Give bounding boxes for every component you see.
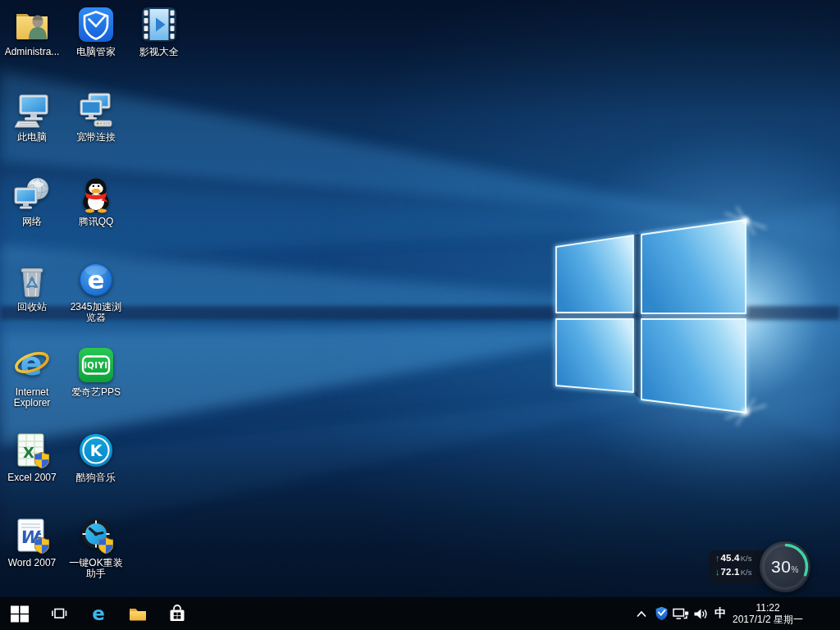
desktop-icon-2345-browser[interactable]: e 2345加速浏 览器 [65,260,127,323]
icon-label: 此电脑 [1,132,63,143]
user-folder-icon [12,5,52,44]
windows-desktop: Administra... 电脑管家 影视大全 [0,0,840,630]
qq-penguin-icon [76,175,116,214]
svg-text:X: X [23,444,34,461]
desktop-icon-onekey-ok[interactable]: 一键OK重装 助手 [65,516,127,579]
tray-volume[interactable] [691,597,710,630]
browser-e-globe-icon: e [76,260,116,299]
desktop-icon-broadband[interactable]: 宽带连接 [65,90,127,143]
upload-arrow-icon: ↑ [715,553,720,563]
desktop-icon-movie-collection[interactable]: 影视大全 [128,5,190,57]
icon-label: 回收站 [1,302,63,313]
tray-network[interactable] [671,597,691,630]
usage-percent: 30% [771,557,799,577]
svg-text:e: e [87,265,104,294]
excel-icon: X [12,431,52,470]
svg-text:K: K [90,441,103,459]
tray-clock[interactable]: 11:22 2017/1/2 星期一 [730,602,806,625]
two-computers-icon [76,90,116,130]
network-globe-icon [12,175,52,214]
svg-text:e: e [92,603,105,624]
icon-label: 腾讯QQ [65,217,127,227]
icon-label: 影视大全 [128,47,190,57]
desktop-icon-word-2007[interactable]: W Word 2007 [1,516,63,568]
edge-taskbar-button[interactable]: e [79,597,118,630]
uac-shield-overlay-icon [98,537,113,554]
desktop-icon-administrator[interactable]: Administra... [1,5,63,57]
tray-ime-indicator[interactable]: 中 [710,597,730,630]
task-view-icon [48,603,70,624]
desktop-icon-recycle-bin[interactable]: 回收站 [1,260,63,313]
shield-icon [655,606,669,621]
chevron-up-icon [634,608,649,619]
clock-time: 11:22 [730,603,806,614]
svg-text:iQIYI: iQIYI [84,361,107,370]
upload-speed-unit: K/s [741,554,752,563]
store-taskbar-button[interactable] [158,597,197,630]
ie-icon: e [12,345,52,385]
icon-label-line2: Explorer [1,398,63,409]
ethernet-network-icon [673,607,689,621]
filmstrip-play-icon [139,5,179,44]
system-tray: 中 11:22 2017/1/2 星期一 [632,597,840,630]
desktop-icon-internet-explorer[interactable]: e Internet Explorer [1,345,63,409]
icon-label-line2: 览器 [65,313,127,323]
file-explorer-taskbar-button[interactable] [118,597,158,630]
tray-security-shield[interactable] [651,597,671,630]
desktop-icon-tencent-qq[interactable]: 腾讯QQ [65,175,127,227]
desktop-icon-iqiyi-pps[interactable]: iQIYI 爱奇艺PPS [65,345,127,398]
start-button[interactable] [0,597,39,630]
icon-label: 网络 [1,217,63,227]
store-bag-icon [167,603,188,624]
windows-logo-icon [9,603,30,624]
edge-icon: e [88,603,109,624]
desktop-icon-excel-2007[interactable]: X Excel 2007 [1,431,63,483]
folder-icon [127,603,148,624]
desktop-icon-this-pc[interactable]: 此电脑 [1,90,63,143]
desktop-icon-network[interactable]: 网络 [1,175,63,227]
download-speed-value: 72.1 [721,567,740,577]
task-view-button[interactable] [39,597,79,630]
icon-label: Word 2007 [1,558,63,568]
acceleration-ball[interactable]: 30% [760,541,810,592]
icon-label: 爱奇艺PPS [65,387,127,398]
clock-date: 2017/1/2 星期一 [730,614,806,626]
shield-check-icon [76,5,116,44]
download-arrow-icon: ↓ [715,567,720,577]
upload-speed-value: 45.4 [721,553,740,563]
clock-reinstall-icon [76,516,116,555]
iqiyi-icon: iQIYI [76,345,116,385]
recycle-bin-icon [12,260,52,299]
icon-label-line2: 助手 [65,568,127,579]
computer-icon [12,90,52,130]
desktop-icon-kugou-music[interactable]: K 酷狗音乐 [65,431,127,483]
taskbar: e [0,597,840,630]
desktop-icon-pc-manager[interactable]: 电脑管家 [65,5,127,57]
kugou-icon: K [76,431,116,470]
svg-text:e: e [20,345,42,382]
speaker-icon [693,608,708,620]
tray-overflow-chevron[interactable] [632,597,651,630]
word-icon: W [12,516,52,555]
icon-label: 宽带连接 [65,132,127,143]
icon-label: 电脑管家 [65,47,127,57]
download-speed-unit: K/s [741,568,752,577]
icon-label: Excel 2007 [1,472,63,483]
speed-monitor-widget[interactable]: ↑ 45.4 K/s ↓ 72.1 K/s 30% [709,541,812,594]
icon-label: Administra... [1,47,63,57]
icon-label: 酷狗音乐 [65,472,127,483]
